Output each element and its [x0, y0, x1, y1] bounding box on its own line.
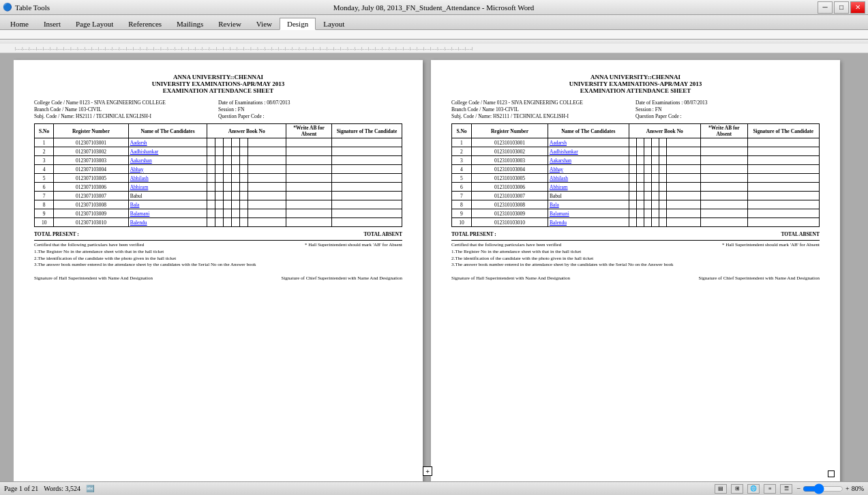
- tab-review[interactable]: Review: [211, 18, 249, 29]
- table-row: 6 012310103006 Abhiram: [452, 183, 820, 192]
- page1-certified: Certified that the following particulars…: [34, 242, 144, 249]
- view-print-button[interactable]: ▤: [715, 484, 727, 494]
- table-row: 7 012307103007 Babul: [35, 192, 402, 200]
- page1-info: College Code / Name 0123 - SIVA ENGINEER…: [34, 100, 402, 119]
- close-button[interactable]: ✕: [850, 1, 865, 14]
- page2-session: Session : FN: [635, 106, 820, 112]
- col-sno: S.No: [35, 124, 54, 138]
- page2-totals: TOTAL PRESENT : TOTAL ABSENT: [451, 231, 820, 237]
- col-reg: Register Number: [54, 124, 128, 138]
- view-draft-button[interactable]: ☰: [780, 484, 792, 494]
- col2-answer: Answer Book No: [629, 124, 700, 138]
- table-row: 3 012307103003 Aakarshan: [35, 156, 402, 165]
- page1-footer-text: Certified that the following particulars…: [34, 242, 402, 269]
- checkbox[interactable]: [828, 470, 835, 477]
- table-row: 8 012307103008 Bala: [35, 200, 402, 209]
- add-table-icon[interactable]: +: [423, 466, 432, 476]
- view-fullscreen-button[interactable]: ⊞: [731, 484, 743, 494]
- page1-branch: Branch Code / Name 103-CIVIL: [34, 106, 218, 112]
- page1-table: S.No Register Number Name of The Candida…: [34, 123, 402, 227]
- page2-footer-text: Certified that the following particulars…: [451, 242, 820, 269]
- table-row: 9 012307103009 Balamani: [35, 209, 402, 218]
- table-row: 1 012307103001 Aadarsh: [35, 138, 402, 147]
- page1-total-absent: TOTAL ABSENT: [363, 231, 402, 237]
- table-row: 10 012307103010 Balendu: [35, 218, 402, 227]
- page1-total-present: TOTAL PRESENT :: [34, 231, 79, 237]
- tab-mailings[interactable]: Mailings: [169, 18, 211, 29]
- page2-info: College Code / Name 0123 - SIVA ENGINEER…: [451, 100, 820, 119]
- zoom-plus-icon[interactable]: +: [845, 485, 850, 492]
- page1-header: ANNA UNIVERSITY::CHENNAI UNIVERSITY EXAM…: [34, 74, 402, 94]
- zoom-slider[interactable]: [803, 483, 843, 494]
- minimize-button[interactable]: ─: [818, 1, 833, 14]
- title-bar: 🔵 Table Tools Monday, July 08, 2013_FN_S…: [0, 0, 868, 15]
- view-web-button[interactable]: 🌐: [747, 484, 760, 494]
- page1-session: Session : FN: [218, 106, 402, 112]
- tool-title: Table Tools: [15, 3, 50, 12]
- page2-sig1: Signature of Hall Superintendent with Na…: [451, 275, 570, 281]
- page1-point1: 1.The Register No in the attendance shee…: [34, 249, 402, 256]
- page2-college: College Code / Name 0123 - SIVA ENGINEER…: [451, 100, 635, 106]
- status-bar: Page 1 of 21 Words: 3,524 🔤 ▤ ⊞ 🌐 ≡ ☰ − …: [0, 481, 868, 495]
- table-row: 6 012307103006 Abhiram: [35, 183, 402, 192]
- page-2: + ANNA UNIVERSITY::CHENNAI UNIVERSITY EX…: [431, 60, 840, 481]
- title-bar-controls: ─ □ ✕: [818, 1, 865, 14]
- page1-divider: [34, 240, 402, 241]
- pages-container: ANNA UNIVERSITY::CHENNAI UNIVERSITY EXAM…: [14, 53, 868, 481]
- zoom-minus-icon[interactable]: −: [796, 485, 800, 492]
- maximize-button[interactable]: □: [834, 1, 849, 14]
- page2-point1: 1.The Register No in the attendance shee…: [451, 249, 820, 256]
- page1-title1: ANNA UNIVERSITY::CHENNAI: [34, 74, 402, 80]
- zoom-level: 80%: [852, 485, 864, 492]
- col2-name: Name of The Candidates: [548, 124, 629, 138]
- col2-absent: *Write AB for Absent: [701, 124, 748, 138]
- ribbon-tabs: Home Insert Page Layout References Maili…: [0, 15, 868, 30]
- col2-sig: Signature of The Candidate: [747, 124, 819, 138]
- table-row: 7 012310103007 Babul: [452, 192, 820, 200]
- main-area: ANNA UNIVERSITY::CHENNAI UNIVERSITY EXAM…: [0, 53, 868, 481]
- page2-title2: UNIVERSITY EXAMINATIONS-APR/MAY 2013: [451, 80, 820, 87]
- page2-point3: 3.The answer book number entered in the …: [451, 262, 820, 269]
- page1-sig1: Signature of Hall Superintendent with Na…: [34, 275, 153, 281]
- page2-divider: [451, 240, 820, 241]
- tab-view[interactable]: View: [249, 18, 280, 29]
- page2-signatures: Signature of Hall Superintendent with Na…: [451, 275, 820, 281]
- page2-point2: 2.The identification of the candidate wi…: [451, 256, 820, 262]
- table-row: 4 012310103004 Abhay: [452, 165, 820, 174]
- page2-qp: Question Paper Code :: [635, 113, 820, 119]
- tab-insert[interactable]: Insert: [36, 18, 68, 29]
- title-bar-left: 🔵 Table Tools: [3, 3, 50, 12]
- tab-page-layout[interactable]: Page Layout: [68, 18, 121, 29]
- page1-point3: 3.The answer book number entered in the …: [34, 262, 402, 269]
- page2-header: ANNA UNIVERSITY::CHENNAI UNIVERSITY EXAM…: [451, 74, 820, 94]
- table-row: 5 012307103005 Abhilash: [35, 174, 402, 183]
- doc-title: Monday, July 08, 2013_FN_Student_Attenda…: [50, 3, 818, 12]
- table-row: 4 012307103004 Abhay: [35, 165, 402, 174]
- tab-home[interactable]: Home: [3, 18, 36, 29]
- table-row: 10 012310103010 Balendu: [452, 218, 820, 227]
- page-1: ANNA UNIVERSITY::CHENNAI UNIVERSITY EXAM…: [14, 60, 423, 481]
- tab-design[interactable]: Design: [280, 18, 316, 30]
- status-bar-right: ▤ ⊞ 🌐 ≡ ☰ − + 80%: [715, 483, 864, 494]
- zoom-control[interactable]: − + 80%: [796, 483, 864, 494]
- page1-title2: UNIVERSITY EXAMINATIONS-APR/MAY 2013: [34, 80, 402, 87]
- page2-title3: EXAMINATION ATTENDANCE SHEET: [451, 87, 820, 94]
- page2-date: Date of Examinations : 08/07/2013: [635, 100, 820, 106]
- page2-title1: ANNA UNIVERSITY::CHENNAI: [451, 74, 820, 80]
- page2-total-present: TOTAL PRESENT :: [451, 231, 496, 237]
- view-outline-button[interactable]: ≡: [764, 484, 776, 494]
- col-name: Name of The Candidates: [128, 124, 207, 138]
- col-answer: Answer Book No: [207, 124, 286, 138]
- word-count: Words: 3,524: [44, 485, 80, 492]
- ribbon-bar: [0, 30, 868, 40]
- col-sig: Signature of The Candidate: [332, 124, 402, 138]
- tab-layout[interactable]: Layout: [316, 18, 352, 29]
- col2-sno: S.No: [452, 124, 472, 138]
- table-row: 9 012310103009 Balamani: [452, 209, 820, 218]
- page2-sig2: Signature of Chief Superintendent with N…: [699, 275, 820, 281]
- page1-subj: Subj. Code / Name: HS2111 / TECHNICAL EN…: [34, 113, 218, 119]
- page1-signatures: Signature of Hall Superintendent with Na…: [34, 275, 402, 281]
- table-row: 8 012310103008 Bala: [452, 200, 820, 209]
- page2-hall-sup: * Hall Superintendent should mark 'AB' f…: [722, 242, 820, 249]
- tab-references[interactable]: References: [121, 18, 169, 29]
